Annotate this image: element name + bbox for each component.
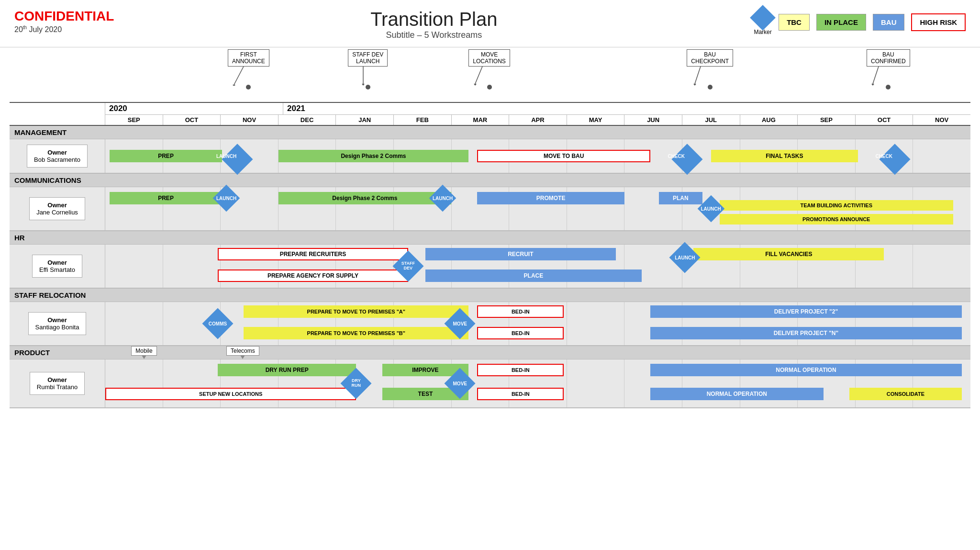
g (105, 245, 163, 288)
mgmt-check2-label: CHECK (875, 154, 892, 159)
product-gantt: Mobile Telecoms DRY RUN PREP IMPROVE BED… (105, 359, 970, 407)
management-owner: Owner Bob Sacramento (10, 139, 105, 173)
sr-prep-b-bar: PREPARE TO MOVE TO PREMISES "B" (244, 327, 468, 339)
workstream-product: PRODUCT Owner Rumbi Tratano Mobile Telec… (10, 346, 970, 408)
month-sep2021: SEP (798, 115, 856, 125)
svg-line-8 (873, 67, 879, 84)
sr-title-row: STAFF RELOCATION (10, 289, 970, 302)
header-center: Transition Plan Subtitle – 5 Workstreams (370, 9, 497, 40)
month-row: SEP OCT NOV DEC JAN FEB MAR APR MAY JUN … (105, 115, 970, 125)
year-month-grid: 2020 2021 SEP OCT NOV DEC JAN FEB MAR AP… (105, 103, 970, 125)
milestone-move-loc: MOVELOCATIONS (468, 49, 510, 90)
sr-owner-box: Owner Santiago Bonita (28, 312, 87, 335)
milestone-bau-confirmed: BAUCONFIRMED (867, 49, 910, 90)
sr-owner-label: Owner (35, 316, 79, 324)
management-body: Owner Bob Sacramento PREP Design Phase 2… (10, 139, 970, 173)
hr-launch-label: LAUNCH (675, 255, 695, 260)
comms-gantt: PREP Design Phase 2 Comms PROMOTE PLAN T… (105, 187, 970, 230)
hr-body: Owner Effi Smartato PREPARE RECRUITERS R… (10, 245, 970, 288)
hr-fill-bar: FILL VACANCIES (693, 248, 884, 260)
g (567, 302, 625, 345)
management-title: MANAGEMENT (14, 128, 67, 136)
mgmt-check1-label: CHECK (668, 154, 685, 159)
g (163, 359, 221, 407)
legend-bau: BAU (873, 14, 905, 31)
svg-marker-1 (233, 85, 235, 86)
legend-tbc: TBC (779, 14, 810, 31)
legend-inplace: IN PLACE (816, 14, 866, 31)
svg-marker-5 (474, 84, 477, 86)
g (913, 245, 970, 288)
sr-bedin2-bar: BED-IN (477, 327, 564, 339)
page-title: Transition Plan (370, 9, 497, 30)
mgmt-check2-diamond (880, 144, 911, 175)
year-row: 2020 2021 (105, 103, 970, 115)
svg-marker-3 (362, 84, 365, 86)
mgmt-prep-bar: PREP (110, 150, 222, 162)
sr-comms-label: COMMS (209, 321, 227, 326)
month-oct: OCT (163, 115, 221, 125)
legend: Marker TBC IN PLACE BAU HIGH RISK (754, 9, 966, 35)
hr-owner: Owner Effi Smartato (10, 245, 105, 288)
product-title: PRODUCT (14, 348, 50, 357)
comms-body: Owner Jane Cornelius PREP Design Phase 2… (10, 187, 970, 230)
milestone-bau-check: BAUCHECKPOINT (687, 49, 733, 90)
comms-owner-label: Owner (36, 202, 78, 209)
header: CONFIDENTIAL 20th July 2020 Transition P… (0, 0, 980, 45)
sr-bedin1-bar: BED-IN (477, 305, 564, 318)
month-header: 2020 2021 SEP OCT NOV DEC JAN FEB MAR AP… (10, 102, 970, 126)
month-mar: MAR (452, 115, 510, 125)
sr-owner: Owner Santiago Bonita (10, 302, 105, 345)
product-telecoms-callout: Telecoms (226, 346, 259, 356)
sr-move-label: MOVE (453, 321, 467, 326)
comms-launch3-label: LAUNCH (701, 206, 721, 212)
svg-marker-7 (693, 84, 696, 86)
g (567, 359, 625, 407)
svg-marker-9 (871, 84, 874, 86)
product-mobile-callout: Mobile (131, 346, 156, 356)
month-may: MAY (567, 115, 625, 125)
prod-dryrun-label: DRYRUN (352, 379, 361, 388)
comms-owner-box: Owner Jane Cornelius (29, 197, 85, 220)
milestone-staff-dev: STAFF DEVLAUNCH (348, 49, 388, 90)
hr-recruit-bar: RECRUIT (425, 248, 616, 260)
product-owner-name: Rumbi Tratano (37, 383, 78, 391)
hr-title: HR (14, 234, 25, 242)
g (105, 359, 163, 407)
hr-owner-box: Owner Effi Smartato (32, 255, 82, 278)
comms-promotions-bar: PROMOTIONS ANNOUNCE (720, 214, 953, 224)
hr-owner-label: Owner (39, 259, 75, 266)
month-apr: APR (509, 115, 567, 125)
hr-title-row: HR (10, 231, 970, 245)
sr-gantt: PREPARE TO MOVE TO PREMISES "A" BED-IN D… (105, 302, 970, 345)
product-owner-label: Owner (37, 376, 78, 383)
month-jun: JUN (624, 115, 682, 125)
g (105, 302, 163, 345)
management-owner-label: Owner (34, 149, 80, 156)
mgmt-launch-diamond (222, 144, 253, 175)
comms-launch2-label: LAUNCH (433, 195, 453, 201)
svg-line-4 (475, 67, 482, 84)
comms-owner-name: Jane Cornelius (36, 209, 78, 216)
month-dec: DEC (278, 115, 336, 125)
management-owner-box: Owner Bob Sacramento (27, 145, 88, 168)
mgmt-finaltasks-bar: FINAL TASKS (711, 150, 858, 162)
prod-normalop2-bar: NORMAL OPERATION (650, 388, 824, 400)
comms-phase2-bar: Design Phase 2 Comms (278, 192, 452, 204)
legend-marker: Marker (754, 9, 772, 35)
comms-launch1-label: LAUNCH (216, 195, 236, 201)
product-body: Owner Rumbi Tratano Mobile Telecoms DRY … (10, 359, 970, 407)
grid-col (913, 139, 970, 173)
svg-line-6 (695, 67, 701, 84)
mgmt-launch-label: LAUNCH (216, 154, 236, 159)
prod-setupnew-bar: SETUP NEW LOCATIONS (105, 388, 356, 400)
legend-highrisk: HIGH RISK (911, 13, 966, 31)
prod-bedin1-bar: BED-IN (477, 364, 564, 376)
comms-teambuilding-bar: TEAM BUILDING ACTIVITIES (720, 200, 953, 211)
sr-deliver2-bar: DELIVER PROJECT "2" (650, 305, 962, 318)
milestones-row: FIRSTANNOUNCE STAFF DEVLAUNCH MOVELOCATI… (105, 49, 970, 102)
header-divider (0, 47, 980, 47)
hr-gantt: PREPARE RECRUITERS RECRUIT FILL VACANCIE… (105, 245, 970, 288)
hr-preparerec-bar: PREPARE RECRUITERS (218, 248, 408, 260)
confidential-label: CONFIDENTIAL (14, 9, 114, 24)
